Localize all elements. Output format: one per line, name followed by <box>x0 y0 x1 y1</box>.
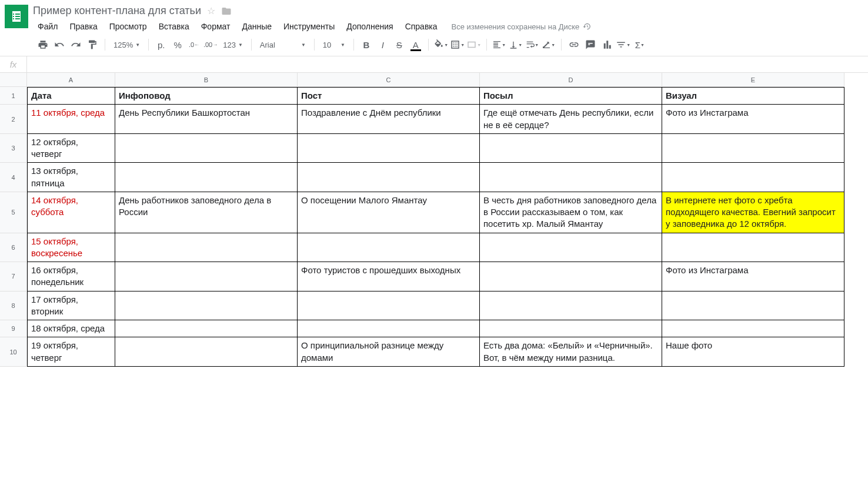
menu-help[interactable]: Справка <box>400 19 442 33</box>
row-head-1[interactable]: 1 <box>0 87 27 105</box>
menu-data[interactable]: Данные <box>237 19 276 33</box>
cell-A10[interactable]: 19 октября, четверг <box>27 337 115 367</box>
col-head-A[interactable]: A <box>27 73 115 87</box>
cell-E5[interactable]: В интернете нет фото с хребта подходящег… <box>662 192 844 233</box>
cell-D10[interactable]: Есть два дома: «Белый» и «Черничный». Во… <box>480 337 662 367</box>
col-head-E[interactable]: E <box>662 73 844 87</box>
undo-icon[interactable] <box>52 37 67 52</box>
row-head-7[interactable]: 7 <box>0 262 27 291</box>
menu-view[interactable]: Просмотр <box>105 19 152 33</box>
row-head-4[interactable]: 4 <box>0 163 27 192</box>
decrease-decimal-button[interactable]: .0← <box>186 37 202 52</box>
cell-B9[interactable] <box>115 320 298 337</box>
cell-A3[interactable]: 12 октября, четверг <box>27 134 115 163</box>
row-head-8[interactable]: 8 <box>0 291 27 321</box>
chart-icon[interactable] <box>599 37 615 52</box>
font-select[interactable]: Arial▼ <box>256 37 309 52</box>
cell-C5[interactable]: О посещении Малого Ямантау <box>298 192 480 233</box>
cell-A4[interactable]: 13 октября, пятница <box>27 163 115 192</box>
cell-D6[interactable] <box>480 233 662 263</box>
header-cell-B[interactable]: Инфоповод <box>115 87 298 105</box>
cell-C10[interactable]: О принципиальной разнице между домами <box>298 337 480 367</box>
cell-C2[interactable]: Поздравление с Днём республики <box>298 105 480 134</box>
cell-B6[interactable] <box>115 233 298 263</box>
cell-D7[interactable] <box>480 262 662 291</box>
row-head-2[interactable]: 2 <box>0 105 27 134</box>
menu-tools[interactable]: Инструменты <box>279 19 339 33</box>
cell-C9[interactable] <box>298 320 480 337</box>
cell-B2[interactable]: День Республики Башкортостан <box>115 105 298 134</box>
cell-C4[interactable] <box>298 163 480 192</box>
col-head-D[interactable]: D <box>480 73 662 87</box>
percent-button[interactable]: % <box>170 37 185 52</box>
borders-button[interactable]: ▼ <box>450 37 465 52</box>
cell-D8[interactable] <box>480 291 662 321</box>
menu-addons[interactable]: Дополнения <box>342 19 398 33</box>
fill-color-button[interactable]: ▼ <box>433 37 449 52</box>
cell-D9[interactable] <box>480 320 662 337</box>
header-cell-E[interactable]: Визуал <box>662 87 844 105</box>
menu-edit[interactable]: Правка <box>65 19 102 33</box>
cell-A9[interactable]: 18 октября, среда <box>27 320 115 337</box>
paint-format-icon[interactable] <box>85 37 100 52</box>
cell-B7[interactable] <box>115 262 298 291</box>
cell-D4[interactable] <box>480 163 662 192</box>
cell-D2[interactable]: Где ещё отмечать День республики, если н… <box>480 105 662 134</box>
select-all-corner[interactable] <box>0 73 27 87</box>
cell-C8[interactable] <box>298 291 480 321</box>
cell-C7[interactable]: Фото туристов с прошедших выходных <box>298 262 480 291</box>
cell-B5[interactable]: День работников заповедного дела в Росси… <box>115 192 298 233</box>
cell-E8[interactable] <box>662 291 844 321</box>
strikethrough-button[interactable]: S <box>392 37 407 52</box>
cell-B4[interactable] <box>115 163 298 192</box>
cell-D3[interactable] <box>480 134 662 163</box>
header-cell-A[interactable]: Дата <box>27 87 115 105</box>
link-icon[interactable] <box>566 37 582 52</box>
italic-button[interactable]: I <box>375 37 390 52</box>
currency-button[interactable]: р. <box>153 37 169 52</box>
col-head-B[interactable]: B <box>115 73 298 87</box>
cell-D5[interactable]: В честь дня работников заповедного дела … <box>480 192 662 233</box>
menu-file[interactable]: Файл <box>33 19 62 33</box>
cell-A7[interactable]: 16 октября, понедельник <box>27 262 115 291</box>
text-color-button[interactable]: A <box>408 37 423 52</box>
formula-bar[interactable] <box>27 56 868 72</box>
document-title[interactable]: Пример контент-плана для статьи <box>33 5 201 17</box>
cell-A6[interactable]: 15 октября, воскресенье <box>27 233 115 263</box>
cell-E3[interactable] <box>662 134 844 163</box>
number-format-select[interactable]: 123▼ <box>219 37 246 52</box>
wrap-button[interactable]: ▼ <box>525 37 540 52</box>
row-head-10[interactable]: 10 <box>0 337 27 367</box>
cell-A8[interactable]: 17 октября, вторник <box>27 291 115 321</box>
row-head-5[interactable]: 5 <box>0 192 27 233</box>
col-head-C[interactable]: C <box>298 73 480 87</box>
cell-E2[interactable]: Фото из Инстаграма <box>662 105 844 134</box>
header-cell-D[interactable]: Посыл <box>480 87 662 105</box>
cell-E9[interactable] <box>662 320 844 337</box>
functions-icon[interactable]: Σ▼ <box>632 37 647 52</box>
cell-E10[interactable]: Наше фото <box>662 337 844 367</box>
cell-A5[interactable]: 14 октября, суббота <box>27 192 115 233</box>
cell-C3[interactable] <box>298 134 480 163</box>
zoom-select[interactable]: 125%▼ <box>110 37 143 52</box>
row-head-9[interactable]: 9 <box>0 320 27 337</box>
redo-icon[interactable] <box>68 37 84 52</box>
sheets-logo[interactable] <box>5 5 28 28</box>
star-icon[interactable]: ☆ <box>207 5 215 16</box>
merge-button[interactable]: ▼ <box>466 37 482 52</box>
cell-E6[interactable] <box>662 233 844 263</box>
menu-format[interactable]: Формат <box>196 19 235 33</box>
cell-C6[interactable] <box>298 233 480 263</box>
cell-A2[interactable]: 11 октября, среда <box>27 105 115 134</box>
row-head-3[interactable]: 3 <box>0 134 27 163</box>
cell-B3[interactable] <box>115 134 298 163</box>
halign-button[interactable]: ▼ <box>492 37 507 52</box>
bold-button[interactable]: B <box>359 37 374 52</box>
valign-button[interactable]: ▼ <box>508 37 523 52</box>
header-cell-C[interactable]: Пост <box>298 87 480 105</box>
cell-B10[interactable] <box>115 337 298 367</box>
cell-E7[interactable]: Фото из Инстаграма <box>662 262 844 291</box>
filter-icon[interactable]: ▼ <box>616 37 631 52</box>
cell-B8[interactable] <box>115 291 298 321</box>
increase-decimal-button[interactable]: .00→ <box>203 37 218 52</box>
